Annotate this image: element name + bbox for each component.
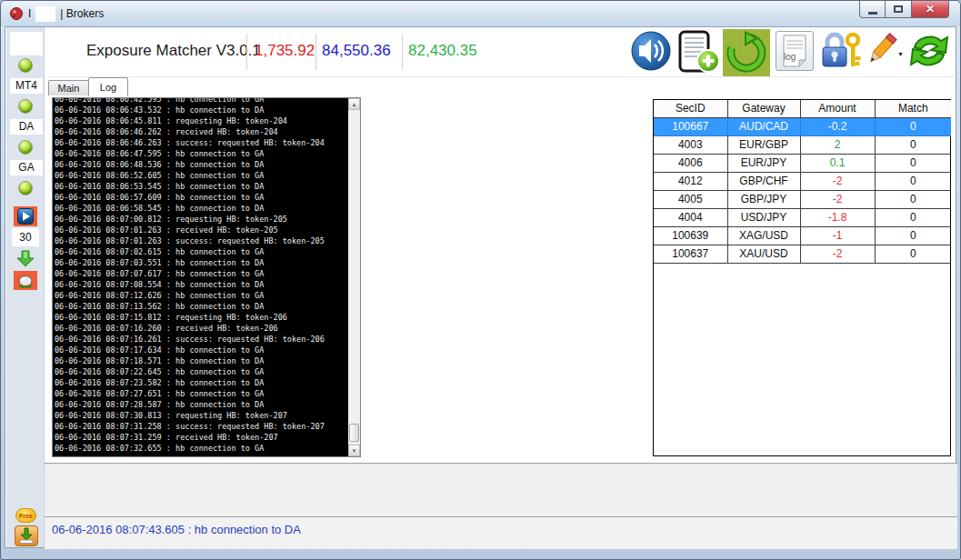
console-log-line: 06-06-2016 08:07:01.263 : success: reque… [55, 235, 348, 246]
window-title: | Brokers [60, 7, 104, 20]
add-log-button[interactable] [676, 30, 721, 74]
console-log: 06-06-2016 08:06:42.595 : hb connection … [55, 98, 348, 456]
console-log-line: 06-06-2016 08:06:43.532 : hb connection … [55, 105, 348, 115]
console-log-line: 06-06-2016 08:07:08.554 : hb connection … [55, 279, 348, 290]
tab-main[interactable]: Main [48, 80, 89, 95]
cell-secid: 100637 [654, 245, 727, 263]
scroll-up-icon[interactable]: ▲ [348, 98, 360, 110]
cell-secid: 4004 [654, 208, 727, 226]
console-log-line: 06-06-2016 08:07:31.259 : received HB: t… [55, 432, 348, 443]
maximize-icon [894, 5, 903, 13]
close-button[interactable]: ✕ [912, 1, 949, 18]
minimize-button[interactable] [859, 1, 886, 18]
console-log-line: 06-06-2016 08:07:01.263 : received HB: t… [55, 225, 348, 235]
edit-button[interactable]: ▼ [865, 31, 897, 69]
rock-button[interactable] [14, 271, 37, 290]
console-log-line: 06-06-2016 08:07:32.655 : hb connection … [55, 443, 348, 454]
document-add-icon [676, 30, 721, 74]
lock-button[interactable] [819, 30, 863, 72]
cell-amount: -2 [800, 190, 875, 208]
col-header-gateway[interactable]: Gateway [727, 100, 800, 117]
maximize-button[interactable] [886, 1, 912, 18]
cell-amount: 2 [800, 135, 875, 154]
scrollbar-thumb[interactable] [349, 424, 359, 442]
app-window: I | Brokers ✕ MT4 DA GA 30 [0, 0, 961, 560]
console-log-line: 06-06-2016 08:06:57.609 : hb connection … [55, 192, 348, 203]
table-row[interactable]: 4006 EUR/JPY 0.1 0 [654, 154, 951, 172]
cell-secid: 4003 [654, 135, 727, 154]
sound-button[interactable] [630, 30, 672, 72]
table-row[interactable]: 100667 AUD/CAD -0.2 0 [654, 117, 951, 135]
cell-gateway: GBP/CHF [727, 172, 800, 190]
sync-button[interactable] [906, 28, 953, 74]
table-row[interactable]: 4005 GBP/JPY -2 0 [654, 190, 951, 208]
pencil-icon [865, 31, 897, 69]
console-log-line: 06-06-2016 08:07:00.812 : requesting HB:… [55, 214, 348, 225]
console-log-line: 06-06-2016 08:07:12.626 : hb connection … [55, 290, 348, 301]
cell-secid: 4006 [654, 154, 727, 172]
window-title-prefix: I [28, 7, 31, 20]
cell-amount: -1 [800, 226, 875, 245]
console-log-line: 06-06-2016 08:07:30.813 : requesting HB:… [55, 410, 348, 421]
cell-amount: -2 [800, 172, 875, 190]
console-log-line: 06-06-2016 08:07:23.582 : hb connection … [55, 377, 348, 388]
cell-gateway: GBP/JPY [727, 190, 800, 208]
cell-amount: -0.2 [800, 117, 875, 135]
col-header-amount[interactable]: Amount [800, 100, 875, 117]
cell-gateway: XAU/USD [727, 245, 800, 263]
table-row[interactable]: 4004 USD/JPY -1.8 0 [654, 208, 951, 226]
cell-gateway: XAG/USD [727, 226, 800, 245]
console-log-line: 06-06-2016 08:07:31.258 : success: reque… [55, 421, 348, 432]
table-row[interactable]: 4012 GBP/CHF -2 0 [654, 172, 951, 190]
app-icon [9, 6, 24, 21]
exposure-table: SecID Gateway Amount Match 100667 AUD/CA… [654, 100, 951, 264]
cell-secid: 100667 [654, 117, 727, 135]
play-button[interactable] [14, 206, 37, 226]
console-log-line: 06-06-2016 08:07:15.812 : requesting HB:… [55, 312, 348, 323]
bottom-panel [45, 463, 957, 516]
sidebar-blank-box [10, 32, 43, 55]
balance-value-blue: 84,550.36 [322, 42, 391, 60]
exposure-value-red: 1,735.92 [255, 42, 315, 60]
console-log-line: 06-06-2016 08:07:16.261 : success: reque… [55, 334, 348, 345]
download-icon [17, 527, 35, 545]
log-button[interactable]: log [776, 31, 814, 71]
table-row[interactable]: 100637 XAU/USD -2 0 [654, 245, 951, 263]
edit-dropdown-arrow-icon[interactable]: ▼ [897, 51, 904, 57]
redaction-box [35, 6, 55, 22]
timer-value-field[interactable]: 30 [12, 228, 39, 246]
speaker-icon [630, 30, 672, 72]
header-separator [246, 34, 247, 70]
cell-amount: 0.1 [800, 154, 875, 172]
console-log-line: 06-06-2016 08:07:02.615 : hb connection … [55, 246, 348, 257]
col-header-secid[interactable]: SecID [654, 100, 727, 117]
header-separator [402, 34, 403, 70]
console-log-line: 06-06-2016 08:07:03.551 : hb connection … [55, 257, 348, 268]
header-separator [315, 34, 316, 70]
col-header-match[interactable]: Match [875, 100, 951, 117]
sidebar-label-ga: GA [10, 160, 43, 175]
cell-gateway: EUR/GBP [727, 135, 800, 154]
rock-icon [16, 274, 35, 288]
status-led-misc [18, 181, 33, 195]
console-log-line: 06-06-2016 08:06:46.263 : success: reque… [55, 137, 348, 148]
cell-match: 0 [875, 154, 951, 172]
cell-amount: -2 [800, 245, 875, 263]
refresh-button[interactable] [723, 29, 770, 76]
tab-log[interactable]: Log [88, 77, 128, 96]
cell-gateway: AUD/CAD [727, 117, 800, 135]
cell-match: 0 [875, 208, 951, 226]
cell-amount: -1.8 [800, 208, 875, 226]
sidebar-label-da: DA [10, 119, 43, 135]
status-led-ga [18, 140, 33, 155]
console-scrollbar[interactable]: ▲ ▼ [348, 98, 360, 456]
console-log-line: 06-06-2016 08:06:53.545 : hb connection … [55, 181, 348, 192]
download-button[interactable] [15, 525, 38, 546]
table-row[interactable]: 4003 EUR/GBP 2 0 [654, 135, 951, 154]
table-row[interactable]: 100639 XAG/USD -1 0 [654, 226, 951, 245]
scroll-down-icon[interactable]: ▼ [348, 445, 360, 456]
console-log-line: 06-06-2016 08:07:13.562 : hb connection … [55, 301, 348, 312]
console-log-line: 06-06-2016 08:07:28.587 : hb connection … [55, 399, 348, 410]
log-page-icon [781, 35, 808, 67]
console-log-line: 06-06-2016 08:06:58.545 : hb connection … [55, 203, 348, 214]
